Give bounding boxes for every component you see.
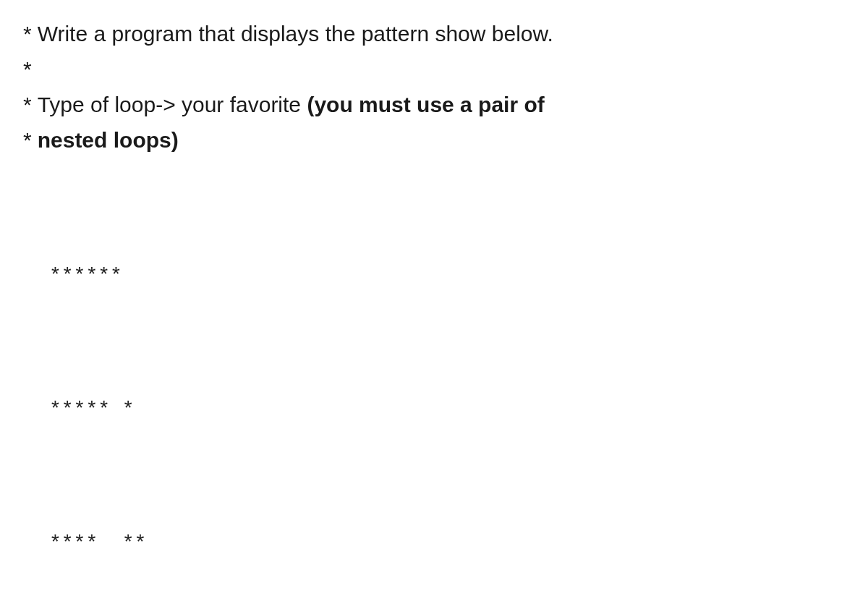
pattern-output: ****** ***** * **** ** *** *** ** **** *… xyxy=(49,165,845,614)
blank-comment-line: * xyxy=(23,53,845,85)
instruction-line-3: *nested loops) xyxy=(23,124,845,156)
pattern-row: **** ** xyxy=(49,521,845,566)
instruction-line-1: *Write a program that displays the patte… xyxy=(23,17,845,50)
comment-asterisk: * xyxy=(23,57,32,81)
comment-asterisk: * xyxy=(23,22,32,46)
instruction-bold-2: nested loops) xyxy=(38,128,179,152)
instruction-line-2: *Type of loop-> your favorite (you must … xyxy=(23,88,845,121)
instruction-bold-1: (you must use a pair of xyxy=(307,93,544,116)
instruction-text-1: Write a program that displays the patter… xyxy=(38,22,553,46)
pattern-row: ***** * xyxy=(49,388,845,432)
pattern-row: ****** xyxy=(49,254,845,299)
instruction-text-2: Type of loop-> your favorite xyxy=(38,93,307,116)
comment-asterisk: * xyxy=(23,128,32,152)
comment-asterisk: * xyxy=(23,93,32,116)
